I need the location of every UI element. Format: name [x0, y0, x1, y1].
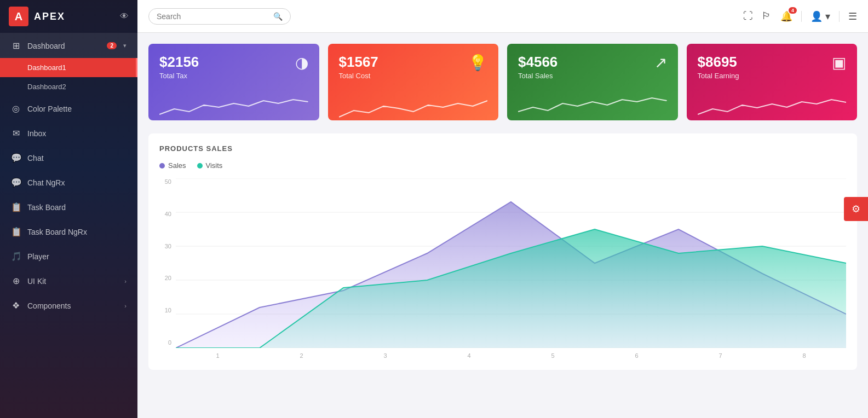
sidebar-item-label: Player [27, 252, 127, 261]
user-button[interactable]: 👤 ▾ [810, 10, 830, 22]
task-board-ngrx-icon: 📋 [11, 227, 21, 237]
legend-visits: Visits [197, 161, 223, 170]
ui-kit-icon: ⊕ [11, 276, 21, 286]
stat-card-total-cost: $1567 Total Cost 💡 [328, 44, 499, 120]
stat-label: Total Sales [518, 72, 557, 80]
sidebar-item-components[interactable]: ❖ Components › [0, 293, 137, 318]
y-label-0: 0 [159, 339, 171, 346]
sidebar-item-color-palette[interactable]: ◎ Color Palette [0, 96, 137, 121]
stat-card-total-earning: $8695 Total Earning ▣ [687, 44, 858, 120]
stat-card-total-tax: $2156 Total Tax ◑ [148, 44, 319, 120]
chevron-right-icon: › [124, 303, 127, 309]
sidebar-item-label: Chat [27, 154, 127, 162]
chart-legend: Sales Visits [159, 161, 846, 170]
sidebar-item-task-board-ngrx[interactable]: 📋 Task Board NgRx [0, 219, 137, 244]
x-label-4: 4 [427, 352, 511, 359]
search-input[interactable] [157, 12, 269, 21]
main-area: 🔍 ⛶ 🏳 🔔 4 👤 ▾ ☰ $2156 Total [137, 0, 868, 418]
x-label-3: 3 [343, 352, 427, 359]
y-label-20: 20 [159, 275, 171, 281]
task-board-icon: 📋 [11, 202, 21, 212]
sidebar-item-label: Dashboard [27, 42, 100, 50]
stat-icon: ▣ [832, 54, 846, 72]
chat-icon: 💬 [11, 153, 21, 163]
stat-icon: ◑ [295, 54, 308, 72]
components-icon: ❖ [11, 300, 21, 311]
stat-icon: ↗ [654, 54, 667, 72]
chart-title: PRODUCTS SALES [159, 144, 846, 153]
legend-label-visits: Visits [206, 161, 223, 170]
chevron-right-icon: › [124, 278, 127, 285]
topbar-divider [801, 11, 802, 22]
visits-dot [197, 163, 203, 169]
sidebar-item-label: Components [27, 301, 118, 310]
sidebar-item-ui-kit[interactable]: ⊕ UI Kit › [0, 269, 137, 293]
topbar: 🔍 ⛶ 🏳 🔔 4 👤 ▾ ☰ [137, 0, 868, 33]
x-label-2: 2 [260, 352, 343, 359]
eye-icon[interactable]: 👁 [120, 11, 129, 21]
sales-dot [159, 163, 165, 169]
y-label-50: 50 [159, 178, 171, 185]
sidebar-item-task-board[interactable]: 📋 Task Board [0, 195, 137, 219]
logo-icon: A [9, 7, 28, 26]
palette-icon: ◎ [11, 103, 21, 114]
sidebar-item-label: UI Kit [27, 277, 118, 286]
inbox-icon: ✉ [11, 128, 21, 138]
fullscreen-button[interactable]: ⛶ [743, 10, 753, 22]
stat-amount: $2156 [159, 54, 199, 71]
sidebar-sub-label: Dashboard2 [27, 83, 66, 91]
chart-svg-area: 1 2 3 4 5 6 7 8 [176, 178, 846, 359]
x-label-7: 7 [679, 352, 762, 359]
flag-button[interactable]: 🏳 [762, 10, 772, 22]
x-label-1: 1 [176, 352, 260, 359]
sidebar-item-label: Task Board [27, 203, 127, 212]
sidebar-item-label: Chat NgRx [27, 178, 127, 187]
sidebar-logo: A APEX 👁 [0, 0, 137, 33]
settings-fab[interactable]: ⚙ [844, 197, 868, 221]
sidebar-item-label: Inbox [27, 129, 127, 138]
dashboard-icon: ⊞ [11, 40, 21, 51]
stat-label: Total Cost [339, 72, 378, 80]
stat-icon: 💡 [468, 54, 487, 72]
chevron-down-icon: ▾ [123, 42, 127, 49]
notification-button[interactable]: 🔔 4 [780, 10, 792, 22]
notification-badge: 4 [789, 7, 797, 14]
sidebar: A APEX 👁 ⊞ Dashboard 2 ▾ Dashboard1 Dash… [0, 0, 137, 418]
x-label-8: 8 [762, 352, 846, 359]
stat-label: Total Earning [698, 72, 739, 80]
stat-amount: $1567 [339, 54, 378, 71]
search-icon[interactable]: 🔍 [273, 12, 283, 21]
topbar-icons: ⛶ 🏳 🔔 4 👤 ▾ ☰ [743, 10, 857, 22]
x-label-5: 5 [511, 352, 595, 359]
x-labels: 1 2 3 4 5 6 7 8 [176, 350, 846, 359]
sidebar-item-player[interactable]: 🎵 Player [0, 244, 137, 269]
sidebar-item-dashboard2[interactable]: Dashboard2 [0, 77, 137, 96]
legend-sales: Sales [159, 161, 186, 170]
sidebar-item-label: Task Board NgRx [27, 228, 127, 236]
sidebar-item-dashboard1[interactable]: Dashboard1 [0, 58, 137, 77]
topbar-divider2 [839, 11, 840, 22]
y-label-30: 30 [159, 243, 171, 249]
dashboard-badge: 2 [107, 42, 117, 49]
stat-cards: $2156 Total Tax ◑ $1567 Total Cost [148, 44, 857, 120]
products-sales-section: PRODUCTS SALES Sales Visits 50 40 30 20 [148, 133, 857, 370]
x-label-6: 6 [595, 352, 679, 359]
chart-wrapper: 50 40 30 20 10 0 [159, 178, 846, 359]
menu-button[interactable]: ☰ [848, 10, 857, 22]
stat-amount: $4566 [518, 54, 557, 71]
content-area: $2156 Total Tax ◑ $1567 Total Cost [137, 33, 868, 418]
sidebar-item-chat[interactable]: 💬 Chat [0, 146, 137, 170]
chart-svg [176, 178, 846, 348]
search-box[interactable]: 🔍 [148, 8, 291, 25]
sidebar-item-dashboard[interactable]: ⊞ Dashboard 2 ▾ [0, 33, 137, 58]
y-label-10: 10 [159, 307, 171, 314]
logo-text: APEX [34, 11, 65, 22]
sidebar-item-label: Color Palette [27, 104, 127, 113]
stat-amount: $8695 [698, 54, 739, 71]
sidebar-item-inbox[interactable]: ✉ Inbox [0, 121, 137, 146]
sidebar-item-chat-ngrx[interactable]: 💬 Chat NgRx [0, 170, 137, 195]
legend-label-sales: Sales [168, 161, 186, 170]
sidebar-sub-label: Dashboard1 [27, 63, 66, 72]
y-axis: 50 40 30 20 10 0 [159, 178, 176, 359]
chat-ngrx-icon: 💬 [11, 177, 21, 188]
